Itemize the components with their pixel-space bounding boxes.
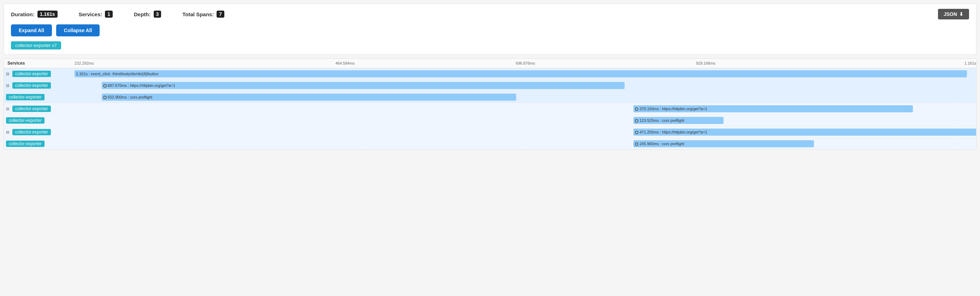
trace-table: Services 232.292ms464.584ms696.876ms929.… [3,58,977,150]
row-service-cell: ⊟collector-exporter [4,81,75,90]
expand-icon[interactable]: ⊟ [6,83,11,88]
timeline-tick: 1.161s [796,61,976,65]
timeline-dot: · [525,130,527,134]
service-chip: collector-exporter [13,82,51,89]
depth-value: 3 [154,11,161,18]
span-bar[interactable]: 687.670ms : https://httpbin.org/get?a=1 [102,82,625,89]
table-row: ⊟collector-exporter····471.205ms : https… [4,126,976,138]
circle-marker [103,96,107,99]
span-bar[interactable]: 370.150ms : https://httpbin.org/get?a=1 [633,105,913,112]
service-chip: collector-exporter [13,71,51,77]
row-service-cell: ⊟collector-exporter [4,104,75,113]
total-spans-stat: Total Spans: 7 [182,11,224,18]
circle-marker [635,107,638,111]
action-buttons-row: Expand All Collapse All [11,24,969,37]
row-service-cell: collector-exporter [4,116,75,125]
row-service-cell: ⊟collector-exporter [4,69,75,78]
span-bar[interactable]: 1.161s : event_click: /html/body/div/div… [75,70,967,77]
timeline-dot: · [192,130,193,134]
timeline-dot: · [363,107,364,111]
timeline-header: Services 232.292ms464.584ms696.876ms929.… [4,59,976,68]
circle-marker [635,131,638,134]
timeline-dot: · [192,107,193,111]
services-column-header: Services [4,61,75,66]
span-label: 370.150ms : https://httpbin.org/get?a=1 [635,107,707,111]
services-label: Services: [79,11,102,17]
table-row: ⊟collector-exporter····370.150ms : https… [4,103,976,115]
expand-icon[interactable]: ⊟ [6,130,11,135]
table-row: ⊟collector-exporter·····687.670ms : http… [4,80,976,91]
table-row: collector-exporter····123.525ms : cors p… [4,115,976,126]
timeline-tick: 929.168ms [616,61,795,65]
expand-icon[interactable]: ⊟ [6,72,11,76]
timeline-dot: · [958,84,959,88]
row-timeline-cell: ····370.150ms : https://httpbin.org/get?… [75,103,976,115]
total-spans-label: Total Spans: [182,11,214,17]
row-timeline-cell: ····245.960ms : cors preflight [75,138,976,150]
timeline-tick: 232.292ms [75,61,255,65]
timeline-dot: · [958,107,959,111]
depth-label: Depth: [134,11,151,17]
span-label: 552.900ms : cors preflight [103,95,153,99]
circle-marker [635,119,638,123]
row-timeline-cell: ·····687.670ms : https://httpbin.org/get… [75,80,976,91]
span-label: 123.525ms : cors preflight [635,118,684,123]
timeline-dot: · [525,119,527,123]
span-bar[interactable]: 245.960ms : cors preflight [633,140,814,147]
row-timeline-cell: ···552.900ms : cors preflight [75,91,976,103]
download-icon: ⬇ [959,11,963,17]
timeline-dot: · [958,142,959,146]
service-tag: collector-exporter x7 [11,41,61,49]
collapse-all-button[interactable]: Collapse All [56,24,100,37]
service-chip: collector-exporter [6,141,45,147]
timeline-dot: · [192,119,193,123]
row-timeline-cell: ····123.525ms : cors preflight [75,115,976,126]
timeline-dot: · [192,142,193,146]
duration-value: 1.161s [37,11,57,18]
timeline-dot: · [841,84,842,88]
duration-stat: Duration: 1.161s [11,11,57,18]
trace-rows: ⊟collector-exporter····1.161s : event_cl… [4,68,976,150]
row-timeline-cell: ····471.205ms : https://httpbin.org/get?… [75,126,976,138]
service-chip: collector-exporter [6,117,45,124]
json-button[interactable]: JSON ⬇ [938,9,969,19]
expand-icon[interactable]: ⊟ [6,107,11,111]
timeline-dot: · [958,95,959,99]
span-label: 245.960ms : cors preflight [635,142,684,146]
row-service-cell: collector-exporter [4,92,75,102]
span-label: 471.205ms : https://httpbin.org/get?a=1 [635,130,707,134]
row-service-cell: ⊟collector-exporter [4,127,75,137]
circle-marker [103,84,107,88]
span-bar[interactable]: 123.525ms : cors preflight [633,117,724,124]
table-row: collector-exporter···552.900ms : cors pr… [4,91,976,103]
timeline-dot: · [363,130,364,134]
timeline-dot: · [661,84,662,88]
timeline-dot: · [525,107,527,111]
row-service-cell: collector-exporter [4,139,75,148]
service-tag-container: collector-exporter x7 [11,41,969,49]
timeline-dot: · [958,119,959,123]
service-chip: collector-exporter [13,129,51,135]
timeline-dot: · [363,142,364,146]
table-row: ⊟collector-exporter····1.161s : event_cl… [4,68,976,80]
timeline-tick: 696.876ms [435,61,616,65]
services-value: 1 [105,11,113,18]
span-bar[interactable]: 471.205ms : https://httpbin.org/get?a=1 [633,129,977,136]
duration-label: Duration: [11,11,35,17]
service-chip: collector-exporter [6,94,45,100]
circle-marker [635,142,638,146]
top-panel: Duration: 1.161s Services: 1 Depth: 3 To… [3,3,977,55]
timeline-dot: · [525,142,527,146]
timeline-ticks: 232.292ms464.584ms696.876ms929.168ms1.16… [75,61,976,65]
span-bar[interactable]: 552.900ms : cors preflight [102,94,517,101]
expand-all-button[interactable]: Expand All [11,24,52,37]
service-chip: collector-exporter [13,106,51,112]
timeline-tick: 464.584ms [255,61,435,65]
total-spans-value: 7 [216,11,224,18]
timeline-dot: · [363,119,364,123]
span-label: 687.670ms : https://httpbin.org/get?a=1 [103,83,176,88]
span-label: 1.161s : event_click: /html/body/div/div… [76,72,159,76]
depth-stat: Depth: 3 [134,11,161,18]
services-stat: Services: 1 [79,11,113,18]
stats-row: Duration: 1.161s Services: 1 Depth: 3 To… [11,9,969,19]
